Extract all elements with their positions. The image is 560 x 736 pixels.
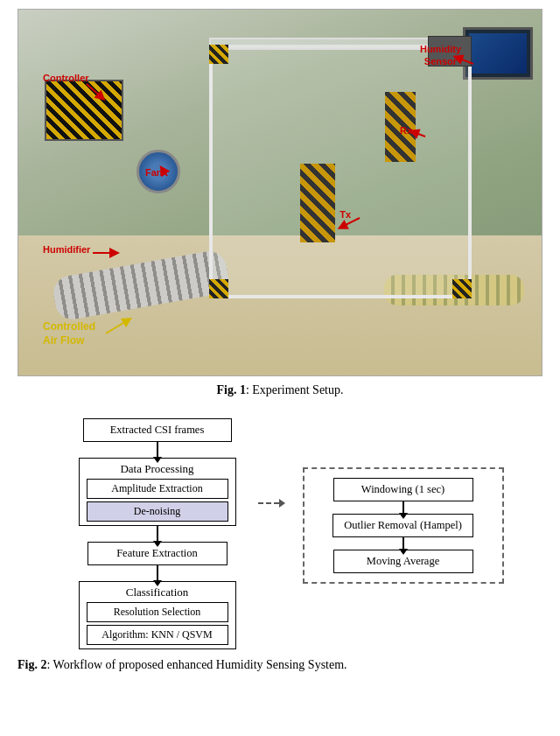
fc-resolution-box: Resolution Selection [87, 602, 228, 622]
fc-resolution-label: Resolution Selection [114, 606, 201, 618]
fc-processing-label: Data Processing [87, 462, 228, 476]
fc-outlier-label: Outlier Removal (Hampel) [344, 519, 462, 531]
monitor-screen [469, 33, 527, 74]
fc-connect-arrow [258, 499, 285, 508]
fc-box-windowing: Windowing (1 sec) [333, 478, 473, 501]
flowchart-wrapper: Extracted CSI frames Data Processing Amp… [26, 415, 534, 649]
fc-denoising-box: De-noising [87, 501, 228, 522]
figure1-container: Controller Fan Humidifier ControlledAir … [18, 9, 542, 410]
arrow-feature-to-classification [157, 565, 158, 581]
fc-feature-label: Feature Extraction [116, 547, 198, 559]
dashed-line-horizontal [258, 502, 279, 504]
fc-csi-label: Extracted CSI frames [110, 424, 205, 436]
fig1-caption-rest: : Experiment Setup. [246, 383, 344, 396]
figure2-container: Extracted CSI frames Data Processing Amp… [18, 415, 542, 672]
fc-moving-average-label: Moving Average [367, 555, 439, 567]
arrow-csi-to-processing [157, 442, 158, 458]
humidity-sensor-hardware [428, 36, 472, 67]
fc-group-classification: Classification Resolution Selection Algo… [79, 581, 236, 649]
monitor [463, 27, 533, 80]
rx-block [385, 92, 416, 162]
fc-algorithm-label: Algorithm: KNN / QSVM [102, 628, 212, 641]
corner-tl [209, 45, 228, 64]
controller-box [45, 80, 123, 141]
fan [136, 150, 180, 193]
fc-amplitude-label: Amplitude Extraction [111, 482, 202, 494]
fc-classification-label: Classification [87, 585, 228, 599]
fc-windowing-label: Windowing (1 sec) [361, 483, 444, 495]
corner-br [452, 279, 472, 298]
fc-denoising-label: De-noising [134, 505, 180, 517]
arrow-outlier-to-moving [402, 537, 404, 550]
dashed-arrowhead [279, 499, 285, 508]
tx-block [300, 164, 335, 242]
fig1-caption-bold: Fig. 1 [216, 383, 245, 396]
page: Controller Fan Humidifier ControlledAir … [0, 0, 560, 690]
arrow-windowing-to-outlier [402, 501, 404, 514]
fig2-caption-rest: : Workflow of proposed enhanced Humidity… [46, 658, 346, 671]
fig2-caption: Fig. 2: Workflow of proposed enhanced Hu… [18, 658, 542, 672]
fc-amplitude-box: Amplitude Extraction [87, 479, 228, 499]
fig1-caption: Fig. 1: Experiment Setup. [216, 383, 343, 397]
fig2-caption-bold: Fig. 2 [18, 658, 46, 671]
fc-group-processing: Data Processing Amplitude Extraction De-… [79, 458, 236, 526]
flowchart-right: Windowing (1 sec) Outlier Removal (Hampe… [303, 467, 504, 584]
fc-box-csi: Extracted CSI frames [83, 418, 232, 442]
flowchart-left: Extracted CSI frames Data Processing Amp… [57, 415, 258, 649]
arrow-processing-to-feature [157, 526, 158, 542]
acrylic-box [209, 45, 472, 298]
fc-algorithm-box: Algorithm: KNN / QSVM [87, 625, 228, 645]
figure1-image: Controller Fan Humidifier ControlledAir … [18, 9, 542, 376]
corner-bl [209, 279, 228, 298]
